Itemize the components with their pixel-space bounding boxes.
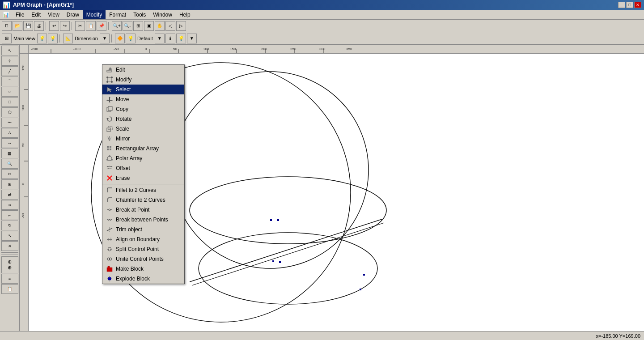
select-tool[interactable]: ↖ (1, 46, 18, 55)
spline-tool[interactable]: 〜 (1, 118, 18, 128)
minimize-button[interactable]: _ (618, 2, 625, 8)
text-tool[interactable]: A (1, 128, 18, 138)
maximize-button[interactable]: □ (626, 2, 633, 8)
dd-polar-array[interactable]: Polar Array (102, 153, 184, 163)
snap-tool[interactable]: ⊕⊕ (1, 256, 18, 273)
dd-trim[interactable]: Trim object (102, 225, 184, 234)
view-btn1[interactable]: ⊞ (2, 34, 12, 43)
rect-tool[interactable]: □ (1, 97, 18, 107)
dim-tool[interactable]: ↔ (1, 138, 18, 148)
copy-icon (106, 106, 113, 113)
light4[interactable]: 💡 (126, 34, 136, 43)
dd-align[interactable]: Align on Boundary (102, 234, 184, 244)
default-label: Default (137, 36, 153, 41)
canvas-area[interactable]: -200 -100 -50 0 50 100 150 200 250 300 (20, 45, 644, 331)
erase-tool[interactable]: ✕ (1, 241, 18, 251)
view-light2[interactable]: 💡 (48, 34, 58, 43)
svg-point-44 (106, 76, 108, 78)
tools-menu[interactable]: Tools (130, 10, 149, 19)
redo-button[interactable]: ↪ (60, 21, 70, 31)
edit-menu[interactable]: Edit (28, 10, 44, 19)
offset-tool-l[interactable]: ⊃ (1, 200, 18, 210)
zoom-tool[interactable]: 🔍 (1, 159, 18, 169)
dd-unite-cp[interactable]: Unite Control Points (102, 254, 184, 264)
dd-copy[interactable]: Copy (102, 104, 184, 114)
modify-menu[interactable]: Modify (83, 10, 106, 19)
sep3 (108, 22, 110, 30)
polar-array-icon (106, 155, 113, 162)
mirror-icon (106, 135, 113, 142)
dim-icon[interactable]: 📐 (63, 34, 73, 43)
dd-rect-array[interactable]: Rectangular Array (102, 144, 184, 153)
dd-fillet[interactable]: Fillet to 2 Curves (102, 185, 184, 195)
dd-split-cp[interactable]: Split Control Point (102, 244, 184, 254)
zoom-win-button[interactable]: ▣ (144, 21, 154, 31)
default-drop[interactable]: ▼ (155, 34, 165, 43)
view-menu[interactable]: View (44, 10, 63, 19)
zoom-all-button[interactable]: ⊞ (133, 21, 143, 31)
svg-point-33 (199, 233, 377, 304)
undo-button[interactable]: ↩ (49, 21, 59, 31)
new-button[interactable]: 🗋 (2, 21, 12, 31)
circle-tool[interactable]: ○ (1, 87, 18, 97)
paste-button[interactable]: 📌 (97, 21, 106, 31)
dd-erase[interactable]: Erase (102, 173, 184, 183)
dd-break-between[interactable]: Break between Points (102, 215, 184, 225)
svg-rect-37 (277, 219, 279, 221)
dd-select[interactable]: Select (102, 85, 184, 94)
light7[interactable]: ▼ (187, 34, 197, 43)
svg-rect-55 (107, 149, 109, 150)
dd-break-at-point[interactable]: Break at Point (102, 205, 184, 215)
open-button[interactable]: 📂 (13, 21, 22, 31)
close-button[interactable]: ✕ (634, 2, 641, 8)
layer-tool[interactable]: ≡ (1, 274, 18, 284)
dd-make-block[interactable]: Make Block (102, 264, 184, 274)
dd-explode-block[interactable]: Explode Block (102, 274, 184, 284)
node-tool[interactable]: ⊹ (1, 56, 18, 66)
svg-text:-100: -100 (73, 47, 81, 51)
hatch-tool[interactable]: ▦ (1, 149, 18, 158)
dd-chamfer[interactable]: Chamfer to 2 Curves (102, 195, 184, 205)
dd-rotate[interactable]: Rotate (102, 114, 184, 124)
dd-edit[interactable]: Edit (102, 65, 184, 75)
trim-tool[interactable]: ✂ (1, 169, 18, 179)
arc-tool[interactable]: ⌒ (1, 76, 18, 86)
scale-tool-l[interactable]: ⤡ (1, 231, 18, 241)
dd-move[interactable]: Move (102, 94, 184, 104)
file-menu[interactable]: File (12, 10, 28, 19)
zoom-next-button[interactable]: ▷ (176, 21, 186, 31)
cut-button[interactable]: ✂ (75, 21, 85, 31)
coordinates: x=-185.00 Y=169.00 (596, 333, 641, 339)
rotate-tool-l[interactable]: ↻ (1, 221, 18, 230)
help-menu[interactable]: Help (176, 10, 194, 19)
prop-tool[interactable]: 📋 (1, 284, 18, 294)
view-light1[interactable]: 💡 (37, 34, 47, 43)
dd-offset[interactable]: Offset (102, 163, 184, 173)
app-icon[interactable]: 📊 (0, 10, 12, 19)
zoom-prev-button[interactable]: ◁ (165, 21, 175, 31)
dd-modify[interactable]: Modify (102, 75, 184, 85)
mirror-tool-l[interactable]: ⇌ (1, 190, 18, 200)
zoom-in-button[interactable]: 🔍+ (112, 21, 122, 31)
dd-mirror[interactable]: Mirror (102, 134, 184, 144)
pan-button[interactable]: ✋ (155, 21, 165, 31)
copy-btn[interactable]: 📋 (86, 21, 96, 31)
zoom-out-button[interactable]: 🔍- (123, 21, 132, 31)
dd-scale[interactable]: Scale (102, 124, 184, 134)
print-button[interactable]: 🖨 (34, 21, 44, 31)
dim-drop[interactable]: ▼ (100, 34, 110, 43)
fillet-tool-l[interactable]: ⌐ (1, 210, 18, 220)
draw-menu[interactable]: Draw (63, 10, 83, 19)
window-menu[interactable]: Window (149, 10, 176, 19)
polygon-tool[interactable]: ⬡ (1, 107, 18, 117)
array-tool[interactable]: ⊞ (1, 179, 18, 189)
line-tool[interactable]: ╱ (1, 66, 18, 76)
format-menu[interactable]: Format (106, 10, 130, 19)
light3[interactable]: 🔶 (115, 34, 125, 43)
tsep2 (111, 34, 113, 42)
light5[interactable]: 🌡 (165, 34, 175, 43)
svg-point-46 (106, 81, 108, 83)
dd-break-at-point-label: Break at Point (116, 207, 149, 213)
save-button[interactable]: 💾 (23, 21, 33, 31)
light6[interactable]: 💡 (176, 34, 186, 43)
